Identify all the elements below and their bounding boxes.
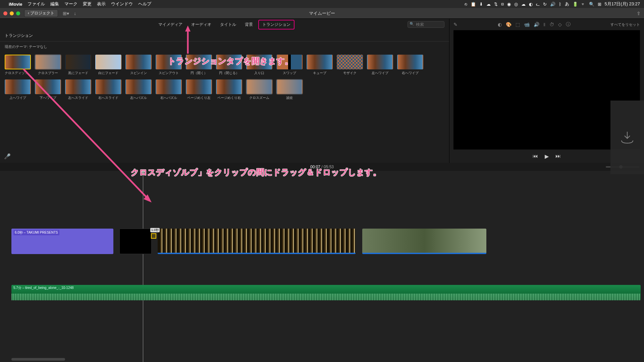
browser-tabs: マイメディア オーディオ タイトル 背景 トランジション <box>0 19 449 30</box>
transition-13[interactable]: 右へワイプ <box>397 55 423 75</box>
user-icon[interactable]: ◐ <box>529 2 533 7</box>
weather-icon[interactable]: ☁ <box>521 2 526 7</box>
chat-icon[interactable]: ◉ <box>507 2 511 7</box>
transition-12[interactable]: 左へワイプ <box>367 55 393 75</box>
transition-4[interactable]: スピンイン <box>125 55 152 75</box>
tab-audio[interactable]: オーディオ <box>188 20 215 29</box>
transition-22[interactable]: クロスズーム <box>246 79 272 100</box>
audio-clip[interactable]: 5.7分 – tired_of_being_alone_-_10-1248 <box>11 285 641 300</box>
transition-thumb <box>246 55 272 69</box>
glasses-icon[interactable]: ᓚ <box>536 2 540 7</box>
theme-label: 現在のテーマ: テーマなし <box>0 42 449 52</box>
menu-window[interactable]: ウインドウ <box>111 1 133 7</box>
cloud-icon[interactable]: ☁ <box>486 2 491 7</box>
battery-icon[interactable]: 🔋 <box>573 2 578 7</box>
play-button[interactable]: ▶ <box>545 153 549 160</box>
tab-titles[interactable]: タイトル <box>217 20 239 29</box>
transition-14[interactable]: 上へワイプ <box>5 79 31 100</box>
transition-label: 円（閉じる） <box>216 71 242 75</box>
prev-button[interactable]: ⏮ <box>533 153 538 159</box>
crop-icon[interactable]: ⬚ <box>516 22 520 27</box>
next-button[interactable]: ⏭ <box>555 153 561 159</box>
clock[interactable]: 5月17日(月) 23:27 <box>605 1 640 7</box>
back-to-projects-button[interactable]: ‹ プロジェクト <box>24 9 58 17</box>
transition-23[interactable]: 波紋 <box>276 79 303 100</box>
transition-6[interactable]: 円（開く） <box>186 55 212 75</box>
refresh-icon[interactable]: ↻ <box>543 2 547 7</box>
transition-5[interactable]: スピンアウト <box>156 55 182 75</box>
updown-icon[interactable]: ⇅ <box>494 2 498 7</box>
tab-my-media[interactable]: マイメディア <box>155 20 186 29</box>
transition-thumb <box>95 79 121 94</box>
transition-18[interactable]: 左へパズル <box>125 79 152 100</box>
transition-thumb <box>65 79 91 94</box>
color-icon[interactable]: 🎨 <box>506 22 512 27</box>
menu-view[interactable]: 表示 <box>97 1 106 7</box>
transition-3[interactable]: 白にフェード <box>95 55 121 75</box>
transition-2[interactable]: 黒にフェード <box>65 55 91 75</box>
menu-file[interactable]: ファイル <box>28 1 45 7</box>
import-icon[interactable]: ↓ <box>74 11 76 16</box>
menu-mark[interactable]: マーク <box>64 1 77 7</box>
menu-help[interactable]: ヘルプ <box>138 1 151 7</box>
transition-21[interactable]: ページめくり右 <box>216 79 242 100</box>
transition-1[interactable]: クロスブラー <box>35 55 61 75</box>
stabilize-icon[interactable]: 📹 <box>524 22 530 27</box>
transition-9[interactable]: スワップ <box>276 55 303 75</box>
menubar: iMovie ファイル 編集 マーク 変更 表示 ウインドウ ヘルプ ⎋ 📋 ⬇… <box>0 0 644 8</box>
transition-8[interactable]: 入り口 <box>246 55 272 75</box>
wand-icon[interactable]: ✎ <box>453 22 458 27</box>
cc-icon[interactable]: ◎ <box>514 2 518 7</box>
status-tray[interactable]: ⎋ 📋 ⬇ ☁ ⇅ ⧈ ◉ ◎ ☁ ◐ ᓚ ↻ 🔊 ᛒ あ 🔋 ᯤ 🔍 ⊞ 5月… <box>465 1 640 7</box>
reset-all-button[interactable]: すべてをリセット <box>610 22 640 27</box>
clip-people[interactable] <box>362 229 486 254</box>
tab-backgrounds[interactable]: 背景 <box>241 20 256 29</box>
transition-10[interactable]: キューブ <box>307 55 333 75</box>
info-icon[interactable]: ⓘ <box>566 21 571 27</box>
clip-forest[interactable] <box>158 229 356 254</box>
transition-11[interactable]: モザイク <box>337 55 363 75</box>
dropbox-icon[interactable]: ⧈ <box>501 1 504 7</box>
clip-title[interactable]: 6.0秒 – TAKUMI PRESENTS <box>11 229 113 254</box>
clipboard-icon[interactable]: 📋 <box>471 2 476 7</box>
menu-change[interactable]: 変更 <box>83 1 92 7</box>
spotlight-icon[interactable]: 🔍 <box>589 2 594 7</box>
volume-icon[interactable]: 🔊 <box>550 2 555 7</box>
transition-16[interactable]: 左へスライド <box>65 79 91 100</box>
transition-17[interactable]: 右へスライド <box>95 79 121 100</box>
ime-icon[interactable]: あ <box>565 1 569 7</box>
wifi-icon[interactable]: ᯤ <box>581 2 586 7</box>
transition-label: 白にフェード <box>95 71 121 75</box>
library-icon[interactable]: ⊞▾ <box>63 11 69 16</box>
timeline-scrollbar[interactable] <box>11 358 65 361</box>
download-icon[interactable]: ⬇ <box>479 2 483 7</box>
transition-19[interactable]: 右へパズル <box>156 79 182 100</box>
menu-edit[interactable]: 編集 <box>50 1 59 7</box>
transition-label: スワップ <box>276 71 303 75</box>
volume-adj-icon[interactable]: 🔊 <box>534 22 539 27</box>
close-button[interactable] <box>3 11 7 15</box>
mic-icon[interactable]: 🎤 <box>4 153 11 160</box>
transition-15[interactable]: 下へワイプ <box>35 79 61 100</box>
minimize-button[interactable] <box>10 11 14 15</box>
balance-icon[interactable]: ◐ <box>498 22 502 27</box>
share-icon[interactable]: ⇪ <box>637 11 641 16</box>
clip-black[interactable] <box>119 229 152 254</box>
app-name[interactable]: iMovie <box>9 2 22 7</box>
transition-0[interactable]: クロスディゾルブ <box>5 55 31 75</box>
transition-7[interactable]: 円（閉じる） <box>216 55 242 75</box>
transition-drop-target[interactable] <box>151 233 156 239</box>
search-input[interactable] <box>408 21 444 28</box>
timeline[interactable]: 6.0秒 – TAKUMI PRESENTS 1.0秒 5.7分 – tired… <box>0 171 644 362</box>
fullscreen-button[interactable] <box>16 11 20 15</box>
filter-icon[interactable]: ◇ <box>558 22 562 27</box>
control-icon[interactable]: ⊞ <box>598 2 601 7</box>
tray-icon[interactable]: ⎋ <box>465 2 467 7</box>
playhead[interactable] <box>143 171 143 362</box>
bluetooth-icon[interactable]: ᛒ <box>559 2 561 7</box>
download-overlay[interactable] <box>610 101 644 174</box>
tab-transitions[interactable]: トランジション <box>258 20 294 29</box>
noise-icon[interactable]: ⫴ <box>543 22 545 27</box>
speed-icon[interactable]: ⏱ <box>549 22 554 27</box>
transition-20[interactable]: ページめくり左 <box>186 79 212 100</box>
